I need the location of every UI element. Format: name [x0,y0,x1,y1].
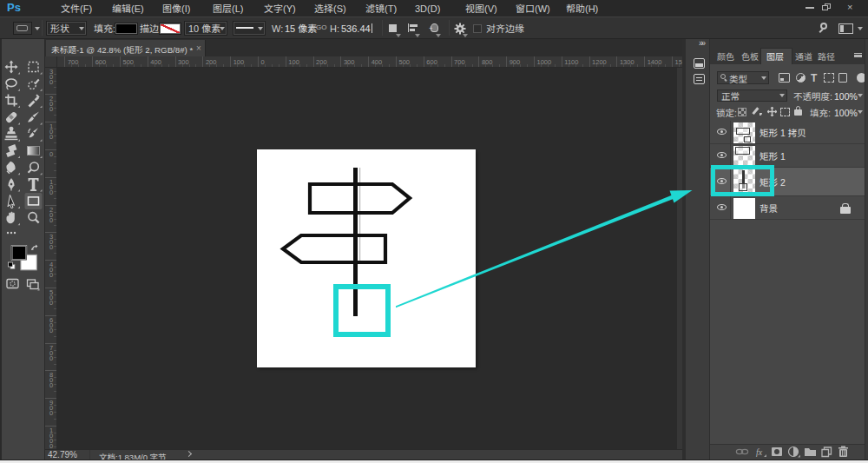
svg-text:fx: fx [756,447,763,457]
